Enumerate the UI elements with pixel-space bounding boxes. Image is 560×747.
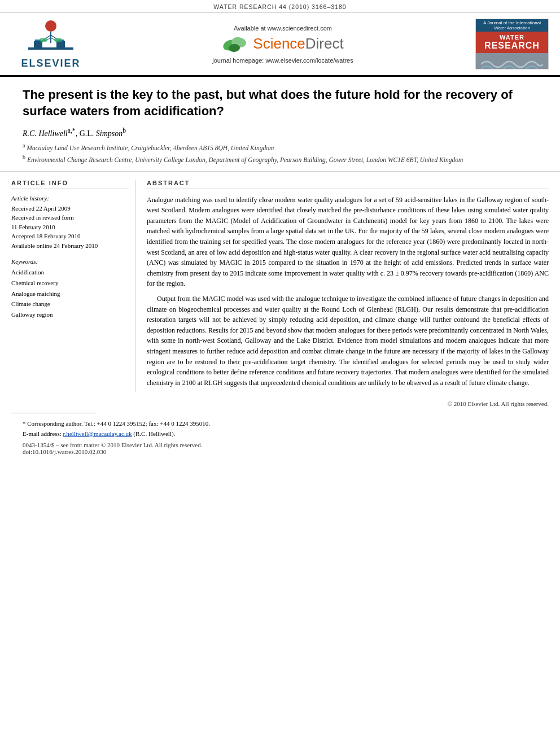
email-label: E-mail address: (23, 430, 63, 437)
header-logos: ELSEVIER Available at www.sciencedirect.… (0, 13, 560, 77)
two-col-section: ARTICLE INFO Article history: Received 2… (0, 172, 560, 399)
history-revised-label: Received in revised form (11, 213, 129, 222)
author2-name: Simpson (96, 129, 123, 138)
affiliation-a: a Macaulay Land Use Research Institute, … (23, 142, 537, 152)
sciencedirect-logo: ScienceDirect (222, 34, 343, 54)
author1-sup: a,* (68, 127, 76, 134)
author2-sup: b (123, 127, 126, 134)
keyword-acidification: Acidification (11, 267, 129, 278)
elsevier-tree-icon (23, 19, 79, 56)
history-online: Available online 24 February 2010 (11, 241, 129, 251)
keyword-galloway-region: Galloway region (11, 309, 129, 320)
doi-line: doi:10.1016/j.watres.2010.02.030 (23, 448, 537, 455)
email-suffix: (R.C. Helliwell). (132, 430, 176, 437)
journal-homepage: journal homepage: www.elsevier.com/locat… (212, 57, 353, 64)
abstract-paragraph-2: Output from the MAGIC model was used wit… (147, 294, 549, 388)
abstract-paragraph-1: Analogue matching was used to identify c… (147, 195, 549, 289)
keyword-analogue-matching: Analogue matching (11, 289, 129, 299)
article-title: The present is the key to the past, but … (23, 87, 537, 119)
article-info-header: ARTICLE INFO (11, 180, 129, 189)
corresponding-text: * Corresponding author. Tel.: +44 0 1224… (23, 420, 210, 427)
wr-bottom (476, 53, 548, 69)
footnote-email: E-mail address: r.helliwell@macaulay.ac.… (23, 429, 537, 439)
footnote-corresponding: * Corresponding author. Tel.: +44 0 1224… (23, 419, 537, 429)
sciencedirect-text: ScienceDirect (253, 35, 343, 53)
abstract-text: Analogue matching was used to identify c… (147, 195, 549, 388)
svg-point-13 (43, 38, 47, 42)
center-header: Available at www.sciencedirect.com Scien… (90, 25, 475, 64)
page-wrapper: WATER RESEARCH 44 (2010) 3166–3180 (0, 0, 560, 747)
water-research-logo: A Journal of the International Water Ass… (475, 19, 549, 69)
history-accepted: Accepted 18 February 2010 (11, 231, 129, 241)
affiliation-b: b Environmental Change Research Centre, … (23, 154, 537, 164)
elsevier-logo: ELSEVIER (11, 19, 90, 69)
water-label: WATER (478, 34, 546, 41)
footnotes: * Corresponding author. Tel.: +44 0 1224… (0, 417, 560, 441)
direct-text: Direct (305, 35, 344, 52)
abstract-header: ABSTRACT (147, 180, 549, 189)
wr-top: A Journal of the International Water Ass… (476, 19, 548, 32)
footnote-divider (11, 413, 96, 413)
title-section: The present is the key to the past, but … (0, 77, 560, 172)
science-text: Science (253, 35, 305, 52)
history-revised-date: 11 February 2010 (11, 222, 129, 232)
svg-point-5 (45, 20, 56, 32)
author1-name: R.C. Helliwell (23, 129, 68, 138)
journal-bar: WATER RESEARCH 44 (2010) 3166–3180 (0, 0, 560, 13)
svg-point-14 (54, 38, 59, 42)
issn-line: 0043-1354/$ – see front matter © 2010 El… (23, 442, 537, 448)
copyright-line: © 2010 Elsevier Ltd. All rights reserved… (0, 398, 560, 409)
sciencedirect-leaves-icon (222, 34, 250, 54)
elsevier-text: ELSEVIER (21, 58, 80, 69)
authors: R.C. Helliwella,*, G.L. Simpsonb (23, 127, 537, 138)
wr-subtitle: A Journal of the International Water Ass… (483, 20, 541, 30)
keyword-climate-change: Climate change (11, 299, 129, 309)
water-waves-icon (481, 53, 543, 69)
history-label: Article history: (11, 195, 129, 202)
history-received: Received 22 April 2009 (11, 204, 129, 213)
research-label: RESEARCH (484, 41, 540, 50)
wr-middle: WATER RESEARCH (476, 32, 548, 53)
right-col: ABSTRACT Analogue matching was used to i… (147, 180, 549, 393)
article-history: Article history: Received 22 April 2009 … (11, 195, 129, 251)
journal-citation: WATER RESEARCH 44 (2010) 3166–3180 (213, 3, 346, 10)
keywords-section: Keywords: Acidification Chemical recover… (11, 258, 129, 320)
keyword-chemical-recovery: Chemical recovery (11, 278, 129, 289)
keywords-label: Keywords: (11, 258, 129, 265)
available-text: Available at www.sciencedirect.com (234, 25, 332, 32)
email-link[interactable]: r.helliwell@macaulay.ac.uk (63, 430, 132, 437)
left-col: ARTICLE INFO Article history: Received 2… (11, 180, 135, 393)
svg-rect-0 (28, 47, 73, 50)
doi-section: 0043-1354/$ – see front matter © 2010 El… (0, 442, 560, 455)
